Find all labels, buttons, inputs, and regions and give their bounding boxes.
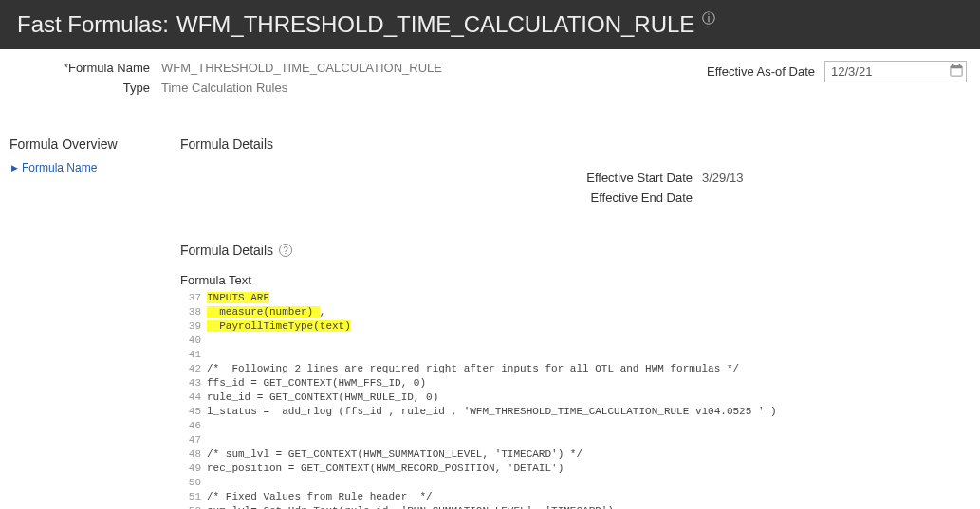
formula-details-subheader: Formula Details ? (180, 243, 971, 258)
code-text: PayrollTimeType(text) (207, 319, 971, 334)
code-text: /* Following 2 lines are required right … (207, 362, 971, 376)
line-number: 38 (180, 305, 207, 319)
code-text (207, 334, 971, 348)
code-line: 40 (180, 334, 971, 348)
title-prefix: Fast Formulas: (17, 11, 169, 38)
nav-formula-name[interactable]: ▶ Formula Name (11, 161, 161, 174)
code-text (207, 433, 971, 447)
formula-type-value: Time Calculation Rules (161, 81, 442, 95)
code-line: 38 measure(number) , (180, 305, 971, 319)
code-line: 50 (180, 476, 971, 490)
details-header: Formula Details (180, 136, 971, 152)
code-text (207, 476, 971, 490)
help-circle-icon[interactable]: ? (279, 244, 292, 257)
code-line: 51/* Fixed Values from Rule header */ (180, 490, 971, 504)
asof-label: Effective As-of Date (707, 64, 815, 79)
line-number: 37 (180, 291, 207, 305)
code-line: 44rule_id = GET_CONTEXT(HWM_RULE_ID, 0) (180, 391, 971, 405)
code-line: 49rec_position = GET_CONTEXT(HWM_RECORD_… (180, 462, 971, 476)
overview-header: Formula Overview (9, 136, 161, 152)
code-line: 46 (180, 419, 971, 433)
line-number: 42 (180, 362, 207, 376)
line-number: 46 (180, 419, 207, 433)
formula-type-label: Type (17, 81, 150, 95)
effective-as-of: Effective As-of Date (707, 61, 963, 82)
disclosure-triangle-icon: ▶ (11, 163, 18, 173)
line-number: 49 (180, 462, 207, 476)
code-line: 45l_status = add_rlog (ffs_id , rule_id … (180, 405, 971, 419)
code-line: 52sum_lvl= Get_Hdr_Text(rule_id, 'RUN_SU… (180, 504, 971, 509)
eff-end-label: Effective End Date (560, 191, 702, 205)
code-text: rec_position = GET_CONTEXT(HWM_RECORD_PO… (207, 462, 971, 476)
line-number: 44 (180, 391, 207, 405)
formula-name-value: WFM_THRESHOLD_TIME_CALCULATION_RULE (161, 61, 442, 75)
nav-item-label: Formula Name (22, 161, 97, 174)
sidebar: Formula Overview ▶ Formula Name (9, 136, 161, 509)
eff-end-value (702, 191, 971, 205)
code-text: INPUTS ARE (207, 291, 971, 305)
code-text: measure(number) , (207, 305, 971, 319)
line-number: 51 (180, 490, 207, 504)
code-text (207, 419, 971, 433)
formula-text-label: Formula Text (180, 273, 971, 287)
line-number: 52 (180, 504, 207, 509)
code-line: 37INPUTS ARE (180, 291, 971, 305)
code-line: 39 PayrollTimeType(text) (180, 319, 971, 334)
code-text (207, 348, 971, 362)
formula-text-viewer: 37INPUTS ARE38 measure(number) ,39 Payro… (180, 291, 971, 509)
title-formula-name: WFM_THRESHOLD_TIME_CALCULATION_RULE (176, 11, 694, 38)
line-number: 45 (180, 405, 207, 419)
line-number: 39 (180, 319, 207, 334)
title-bar: Fast Formulas: WFM_THRESHOLD_TIME_CALCUL… (0, 0, 980, 49)
content: Formula Details Effective Start Date 3/2… (180, 136, 971, 509)
code-text: /* Fixed Values from Rule header */ (207, 490, 971, 504)
main-area: Formula Overview ▶ Formula Name Formula … (0, 99, 980, 509)
code-line: 42/* Following 2 lines are required righ… (180, 362, 971, 376)
eff-start-label: Effective Start Date (560, 171, 702, 185)
code-text: ffs_id = GET_CONTEXT(HWM_FFS_ID, 0) (207, 376, 971, 391)
line-number: 47 (180, 433, 207, 447)
formula-name-label: *Formula Name (17, 61, 150, 75)
line-number: 41 (180, 348, 207, 362)
code-text: /* sum_lvl = GET_CONTEXT(HWM_SUMMATION_L… (207, 447, 971, 462)
form-left: *Formula Name WFM_THRESHOLD_TIME_CALCULA… (17, 61, 442, 95)
asof-date-input[interactable] (824, 61, 967, 82)
code-line: 47 (180, 433, 971, 447)
line-number: 50 (180, 476, 207, 490)
code-text: sum_lvl= Get_Hdr_Text(rule_id, 'RUN_SUMM… (207, 504, 971, 509)
header-form: *Formula Name WFM_THRESHOLD_TIME_CALCULA… (0, 49, 980, 99)
code-line: 43ffs_id = GET_CONTEXT(HWM_FFS_ID, 0) (180, 376, 971, 391)
help-icon[interactable]: ⓘ (702, 10, 715, 27)
code-text: l_status = add_rlog (ffs_id , rule_id , … (207, 405, 971, 419)
line-number: 48 (180, 447, 207, 462)
code-line: 48/* sum_lvl = GET_CONTEXT(HWM_SUMMATION… (180, 447, 971, 462)
eff-start-value: 3/29/13 (702, 171, 971, 185)
code-line: 41 (180, 348, 971, 362)
effective-dates: Effective Start Date 3/29/13 Effective E… (180, 171, 971, 205)
line-number: 43 (180, 376, 207, 391)
code-text: rule_id = GET_CONTEXT(HWM_RULE_ID, 0) (207, 391, 971, 405)
line-number: 40 (180, 334, 207, 348)
